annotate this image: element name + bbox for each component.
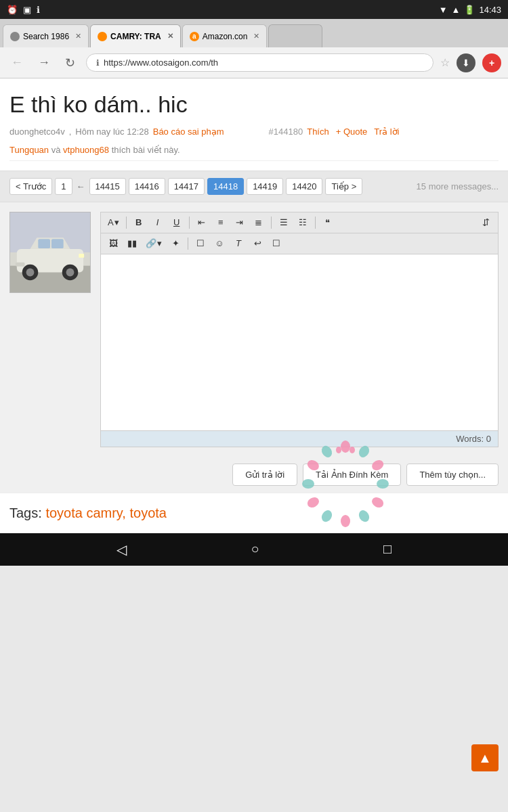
media-icon: ▣: [23, 5, 31, 15]
scroll-top-button[interactable]: ▲: [471, 744, 499, 771]
page-1-button[interactable]: 1: [55, 178, 72, 195]
clock-icon: ⏰: [7, 5, 18, 15]
sep2: [189, 217, 190, 229]
shield-button[interactable]: +: [482, 53, 501, 72]
address-input[interactable]: ℹ https://www.otosaigon.com/th: [86, 53, 433, 72]
more-messages: 15 more messages...: [417, 181, 499, 191]
page-14420-button[interactable]: 14420: [286, 178, 322, 195]
underline-button[interactable]: U: [169, 215, 185, 231]
prev-page-button[interactable]: < Trước: [9, 178, 52, 195]
forward-button[interactable]: →: [34, 54, 54, 71]
quote-button-tb[interactable]: ❝: [320, 215, 336, 231]
shield-icon: +: [489, 58, 494, 68]
page-14415-button[interactable]: 14415: [89, 178, 126, 195]
back-button[interactable]: ←: [7, 54, 27, 71]
page-14419-button[interactable]: 14419: [247, 178, 283, 195]
more-options-button[interactable]: Thêm tùy chọn...: [406, 464, 499, 486]
font-dropdown-arrow: ▾: [114, 217, 119, 227]
ellipsis-left: ←: [75, 181, 87, 191]
svg-point-8: [26, 268, 35, 276]
code-button[interactable]: ✦: [167, 235, 184, 252]
italic-button[interactable]: I: [150, 215, 166, 231]
align-center-button[interactable]: ≡: [213, 215, 229, 231]
post-actions: Thích + Quote Trả lời: [307, 127, 399, 137]
wifi-icon: ▲: [452, 5, 461, 15]
flip-button[interactable]: ⇵: [478, 215, 494, 231]
signal-icon: ▼: [439, 5, 448, 15]
post-title: E thì ko dám.. hic: [9, 91, 499, 118]
quote-button[interactable]: + Quote: [336, 127, 368, 137]
status-bar: ⏰ ▣ ℹ ▼ ▲ 🔋 14:43: [0, 0, 508, 19]
address-bar: ← → ↻ ℹ https://www.otosaigon.com/th ☆ ⬇…: [0, 47, 508, 78]
video-button[interactable]: ▮▮: [124, 235, 140, 252]
browser-tabs: Search 1986 ✕ CAMRY: TRA ✕ a Amazon.con …: [0, 19, 508, 47]
download-arrow-icon: ⬇: [462, 58, 470, 68]
clear-format-button[interactable]: T: [230, 235, 247, 252]
page-14418-button[interactable]: 14418: [207, 178, 244, 195]
next-page-button[interactable]: Tiếp >: [325, 178, 362, 195]
car-image: [10, 212, 90, 292]
list-ol-button[interactable]: ☷: [295, 215, 311, 231]
align-right-button[interactable]: ⇥: [232, 215, 248, 231]
tags-section: Tags: toyota camry, toyota: [0, 493, 508, 533]
tags-label: Tags:: [9, 505, 42, 520]
smiley-button[interactable]: ☺: [211, 235, 228, 252]
list-ul-button[interactable]: ☰: [276, 215, 292, 231]
editor-toolbar-row1: A ▾ B I U ⇤ ≡ ⇥ ≣ ☰ ☷ ❝ ⇵: [101, 212, 498, 233]
status-bar-right: ▼ ▲ 🔋 14:43: [439, 5, 501, 15]
editor-footer: Words: 0: [101, 430, 498, 447]
sep5: [188, 238, 188, 250]
align-justify-button[interactable]: ≣: [251, 215, 267, 231]
svg-point-10: [66, 268, 75, 276]
undo-button[interactable]: ↩: [249, 235, 266, 252]
tab-close-camry[interactable]: ✕: [167, 32, 173, 41]
page-content: E thì ko dám.. hic duonghetco4v , Hôm na…: [0, 78, 508, 171]
page-14416-button[interactable]: 14416: [129, 178, 165, 195]
likes-suffix: thích bài viết này.: [112, 145, 180, 155]
recent-nav-button[interactable]: □: [383, 541, 391, 557]
bold-button[interactable]: B: [131, 215, 147, 231]
tab-icon-camry: [98, 32, 107, 41]
lock-icon: ℹ: [96, 58, 100, 68]
back-nav-button[interactable]: ◁: [117, 541, 127, 558]
editor-content[interactable]: [101, 254, 498, 430]
tab-label-search: Search 1986: [23, 32, 69, 41]
upload-image-button[interactable]: Tải Ảnh Đính Kèm: [303, 464, 401, 486]
link-dropdown[interactable]: 🔗 ▾: [143, 237, 165, 250]
image-button[interactable]: 🖼: [105, 235, 121, 252]
battery-icon: 🔋: [464, 5, 475, 15]
time-display: 14:43: [479, 5, 501, 15]
svg-rect-6: [51, 239, 64, 248]
likes-user1[interactable]: Tungquan: [9, 145, 49, 155]
tab-camry[interactable]: CAMRY: TRA ✕: [90, 24, 181, 47]
send-reply-button[interactable]: Gửi trả lời: [232, 464, 297, 486]
download-button[interactable]: ⬇: [457, 53, 475, 72]
bookmark-icon[interactable]: ☆: [440, 56, 450, 69]
tab-icon-search: [10, 32, 20, 41]
report-link[interactable]: Báo cáo sai phạm: [153, 127, 224, 137]
tab-amazon[interactable]: a Amazon.con ✕: [182, 24, 268, 47]
like-button[interactable]: Thích: [307, 127, 329, 137]
post-likes: Tungquan và vtphuong68 thích bài viết nà…: [9, 142, 499, 161]
post-meta: duonghetco4v , Hôm nay lúc 12:28 Báo cáo…: [9, 127, 499, 137]
post-id: #144180: [269, 127, 303, 137]
post-date: Hôm nay lúc 12:28: [75, 127, 148, 137]
refresh-button[interactable]: ↻: [61, 54, 79, 72]
sep3: [271, 217, 272, 229]
home-nav-button[interactable]: ○: [251, 541, 259, 557]
svg-rect-5: [38, 239, 50, 248]
align-left-button[interactable]: ⇤: [194, 215, 210, 231]
tab-close-amazon[interactable]: ✕: [253, 32, 259, 41]
page-14417-button[interactable]: 14417: [168, 178, 205, 195]
tab-close-search[interactable]: ✕: [75, 32, 81, 41]
attach-button[interactable]: ☐: [268, 235, 284, 252]
reply-button[interactable]: Trả lời: [374, 127, 399, 137]
emoji-button[interactable]: ☐: [192, 235, 209, 252]
likes-user2[interactable]: vtphuong68: [63, 145, 109, 155]
pagination: < Trước 1 ← 14415 14416 14417 14418 1441…: [0, 171, 508, 202]
font-dropdown[interactable]: A ▾: [105, 216, 122, 229]
tag-items[interactable]: toyota camry, toyota: [45, 505, 167, 520]
scroll-top-icon: ▲: [478, 750, 492, 766]
svg-rect-12: [16, 263, 25, 267]
tab-search1986[interactable]: Search 1986 ✕: [3, 24, 89, 47]
